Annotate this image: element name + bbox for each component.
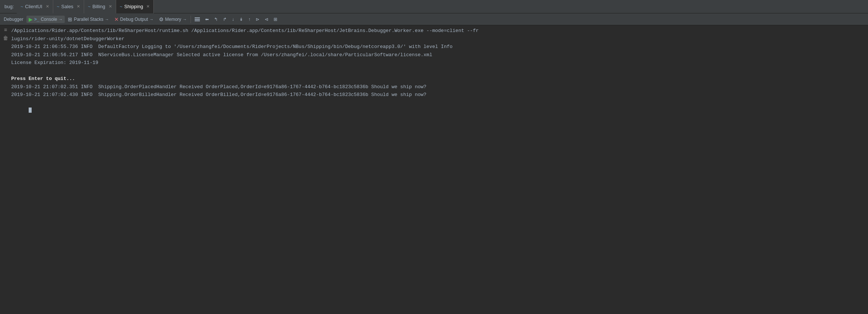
- console-arrow: →: [58, 17, 63, 22]
- frames-button[interactable]: ⊳: [253, 16, 262, 23]
- parallel-stacks-button[interactable]: ⊞ Parallel Stacks →: [66, 16, 111, 23]
- step-into-button[interactable]: ↱: [221, 16, 229, 23]
- grid-icon: ⊞: [274, 17, 277, 22]
- memory-icon: ⚙: [159, 16, 164, 22]
- tab-billing[interactable]: ~ Billing ✕: [84, 0, 116, 13]
- console-line-7: 2019-10-21 21:07:02.351 INFO Shipping.Or…: [11, 83, 428, 91]
- step-over-icon: ↰: [214, 17, 218, 22]
- parallel-stacks-icon: ⊞: [68, 16, 72, 22]
- memory-button[interactable]: ⚙ Memory →: [157, 16, 189, 23]
- align-left-button[interactable]: ⬅: [203, 16, 211, 23]
- empty-icon-8: [0, 91, 11, 91]
- empty-icon-3: [0, 51, 11, 51]
- console-row-8: 2019-10-21 21:07:02.430 INFO Shipping.Or…: [0, 91, 868, 99]
- debug-output-icon: ✕: [114, 16, 119, 22]
- empty-icon-5: [0, 67, 11, 67]
- tab-shipping-close[interactable]: ✕: [146, 4, 150, 9]
- tab-clientui[interactable]: ~ ClientUI ✕: [17, 0, 53, 13]
- step-into-icon: ↱: [223, 17, 227, 22]
- tab-shipping-label: Shipping: [124, 4, 143, 9]
- console-row-1: ≡ /Applications/Rider.app/Contents/lib/R…: [0, 27, 868, 35]
- tab-sales[interactable]: ~ Sales ✕: [53, 0, 84, 13]
- parallel-stacks-arrow: →: [105, 17, 109, 22]
- debug-label: bug:: [1, 4, 17, 9]
- memory-arrow: →: [183, 17, 187, 22]
- debug-output-button[interactable]: ✕ Debug Output →: [112, 16, 156, 23]
- console-row-2: 2019-10-21 21:06:55.736 INFO DefaultFact…: [0, 43, 868, 51]
- tab-clientui-close[interactable]: ✕: [46, 4, 49, 9]
- frames-icon: ⊳: [256, 17, 259, 22]
- evaluate-button[interactable]: ↑: [246, 16, 253, 23]
- run-to-cursor-button[interactable]: ↡: [237, 16, 245, 23]
- cursor-block: [29, 108, 32, 113]
- debug-output-label: Debug Output: [120, 17, 148, 22]
- cmd-icon: ≡: [0, 27, 11, 33]
- tab-billing-label: Billing: [92, 4, 105, 9]
- sales-icon: ~: [57, 4, 60, 9]
- billing-icon: ~: [88, 4, 90, 9]
- console-line-6: Press Enter to quit...: [11, 75, 77, 83]
- empty-icon-4: [0, 59, 11, 59]
- console-line-4: License Expiration: 2019-11-19: [11, 59, 100, 67]
- console-row-cursor: [0, 99, 868, 122]
- empty-icon-cursor: [0, 99, 11, 99]
- console-cursor-line[interactable]: [11, 99, 33, 122]
- console-button[interactable]: ▶ >_ Console →: [26, 16, 65, 23]
- grid-button[interactable]: ⊞: [271, 16, 280, 23]
- toolbar: Debugger ▶ >_ Console → ⊞ Parallel Stack…: [0, 13, 868, 25]
- console-row-4: License Expiration: 2019-11-19: [0, 59, 868, 67]
- console-row-3: 2019-10-21 21:06:56.217 INFO NServiceBus…: [0, 51, 868, 59]
- tab-billing-close[interactable]: ✕: [109, 4, 112, 9]
- console-row-7: 2019-10-21 21:07:02.351 INFO Shipping.Or…: [0, 83, 868, 91]
- console-row-1b: 🗑 lugins/rider-unity/dotnetDebuggerWorke…: [0, 35, 868, 43]
- jump-button[interactable]: ⊲: [262, 16, 271, 23]
- evaluate-icon: ↑: [248, 17, 250, 22]
- console-row-5: [0, 67, 868, 75]
- empty-icon-7: [0, 83, 11, 83]
- tab-shipping[interactable]: ~ Shipping ✕: [116, 0, 154, 13]
- play-icon: ▶: [29, 16, 33, 22]
- console-row-6: Press Enter to quit...: [0, 75, 868, 83]
- console-line-8: 2019-10-21 21:07:02.430 INFO Shipping.Or…: [11, 91, 428, 99]
- tab-clientui-label: ClientUI: [25, 4, 42, 9]
- console-line-1: /Applications/Rider.app/Contents/lib/ReS…: [11, 27, 480, 35]
- console-line-3: 2019-10-21 21:06:56.217 INFO NServiceBus…: [11, 51, 434, 59]
- step-out-button[interactable]: ↓: [230, 16, 236, 23]
- align-left-icon: ⬅: [205, 17, 209, 22]
- clientui-icon: ~: [20, 4, 23, 9]
- tab-sales-close[interactable]: ✕: [77, 4, 80, 9]
- console-line-2: 2019-10-21 21:06:55.736 INFO DefaultFact…: [11, 43, 454, 51]
- tab-sales-label: Sales: [61, 4, 74, 9]
- run-to-cursor-icon: ↡: [239, 17, 243, 22]
- parallel-stacks-label: Parallel Stacks: [74, 17, 103, 22]
- console-line-1b: lugins/rider-unity/dotnetDebuggerWorker: [11, 35, 126, 43]
- step-out-icon: ↓: [232, 17, 234, 22]
- delete-icon: 🗑: [0, 35, 11, 41]
- debugger-button[interactable]: Debugger: [1, 16, 26, 23]
- empty-icon-6: [0, 75, 11, 75]
- console-label: Console: [41, 17, 57, 22]
- toolbar-separator-1: [191, 16, 191, 23]
- console-line-5: [11, 67, 16, 75]
- debug-output-arrow: →: [150, 17, 154, 22]
- jump-icon: ⊲: [265, 17, 268, 22]
- hamburger-icon: [195, 17, 200, 21]
- console-area: ≡ /Applications/Rider.app/Contents/lib/R…: [0, 25, 868, 314]
- memory-label: Memory: [165, 17, 181, 22]
- tab-bar: bug: ~ ClientUI ✕ ~ Sales ✕ ~ Billing ✕ …: [0, 0, 868, 13]
- empty-icon-2: [0, 43, 11, 43]
- debugger-label: Debugger: [4, 17, 23, 22]
- console-icon: >_: [34, 17, 39, 22]
- hamburger-button[interactable]: [192, 17, 202, 22]
- step-over-button[interactable]: ↰: [212, 16, 220, 23]
- shipping-icon: ~: [120, 4, 122, 9]
